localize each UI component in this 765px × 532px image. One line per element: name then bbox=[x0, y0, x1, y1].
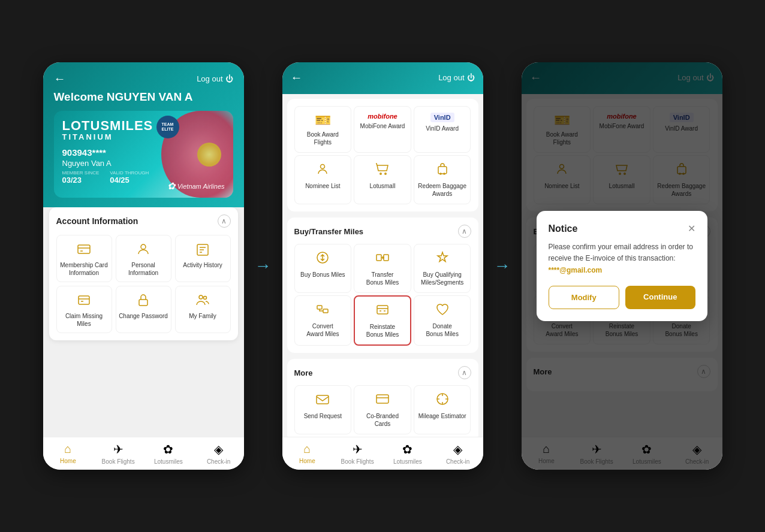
co-branded-cards-label: Co-BrandedCards bbox=[366, 412, 399, 428]
svg-rect-21 bbox=[377, 255, 381, 261]
mobifone-award-item[interactable]: mobifone MobiFone Award bbox=[354, 106, 411, 153]
nominee-list-item[interactable]: Nominee List bbox=[294, 155, 352, 204]
back-button-1[interactable]: ← bbox=[54, 72, 66, 86]
change-password-item[interactable]: Change Password bbox=[116, 286, 171, 333]
checkin-icon-2: ◈ bbox=[453, 442, 462, 457]
lotus-icon-2: ✿ bbox=[402, 442, 412, 457]
bottom-nav-2: ⌂ Home ✈ Book Flights ✿ Lotusmiles ◈ Che… bbox=[282, 437, 483, 470]
nav-book-flights-2[interactable]: ✈ Book Flights bbox=[332, 442, 382, 465]
send-request-item[interactable]: Send Request bbox=[294, 385, 352, 434]
modify-button[interactable]: Modify bbox=[549, 286, 620, 309]
activity-history-label: Activity History bbox=[183, 261, 222, 269]
lotus-icon-1: ✿ bbox=[163, 442, 173, 457]
personal-info-item[interactable]: PersonalInformation bbox=[116, 235, 171, 282]
co-branded-cards-item[interactable]: Co-BrandedCards bbox=[354, 385, 411, 434]
valid-through-value: 04/25 bbox=[110, 176, 149, 185]
book-award-flights-item[interactable]: 🎫 Book AwardFlights bbox=[294, 106, 352, 153]
modal-overlay: Notice ✕ Please confirm your email addre… bbox=[522, 62, 722, 470]
valid-through-label: VALID THROUGH bbox=[110, 170, 149, 176]
membership-card-info-item[interactable]: Membership CardInformation bbox=[56, 235, 112, 282]
vinid-award-item[interactable]: VinID VinID Award bbox=[414, 106, 471, 153]
svg-rect-0 bbox=[78, 245, 90, 253]
membership-card-info-label: Membership CardInformation bbox=[60, 261, 107, 277]
transfer-bonus-miles-label: TransferBonus Miles bbox=[366, 271, 399, 286]
logout-button-1[interactable]: Log out ⏻ bbox=[197, 74, 233, 83]
nav-checkin-1[interactable]: ◈ Check-in bbox=[194, 442, 244, 465]
redeem-baggage-item[interactable]: Redeem BaggageAwards bbox=[414, 155, 471, 204]
mileage-estimator-item[interactable]: Mileage Estimator bbox=[414, 385, 471, 434]
arrow-1: → bbox=[255, 256, 272, 276]
svg-point-14 bbox=[321, 165, 325, 169]
vinid-award-label: VinID Award bbox=[426, 125, 459, 132]
buy-qualifying-item[interactable]: Buy QualifyingMiles/Segments bbox=[414, 244, 471, 293]
nav-home-1[interactable]: ⌂ Home bbox=[43, 442, 94, 465]
notice-modal: Notice ✕ Please confirm your email addre… bbox=[537, 211, 707, 321]
team-badge: TEAMELITE bbox=[156, 116, 179, 138]
buy-transfer-card: Buy/Transfer Miles ∧ Buy Bonus Miles bbox=[287, 217, 478, 353]
family-icon bbox=[194, 291, 212, 309]
svg-rect-30 bbox=[377, 395, 388, 403]
bottom-nav-1: ⌂ Home ✈ Book Flights ✿ Lotusmiles ◈ Che… bbox=[43, 437, 244, 470]
estimator-icon bbox=[435, 392, 450, 410]
lotusmall-item[interactable]: Lotusmall bbox=[354, 155, 411, 204]
flights-icon-1: ✈ bbox=[113, 442, 124, 457]
convert-award-miles-label: ConvertAward Miles bbox=[306, 322, 339, 338]
svg-point-3 bbox=[141, 244, 146, 249]
buy-transfer-collapse[interactable]: ∧ bbox=[458, 225, 471, 238]
transfer-icon bbox=[375, 250, 390, 268]
nav-book-flights-label-2: Book Flights bbox=[341, 458, 374, 465]
flights-icon-2: ✈ bbox=[353, 442, 363, 457]
reinstate-bonus-miles-label: ReinstateBonus Miles bbox=[366, 323, 399, 338]
convert-award-miles-item[interactable]: ConvertAward Miles bbox=[294, 295, 352, 346]
my-family-label: My Family bbox=[189, 312, 216, 320]
screen1-phone: ← Log out ⏻ Welcome NGUYEN VAN A LOTUSMI… bbox=[43, 62, 244, 470]
reinstate-icon bbox=[375, 303, 390, 321]
continue-button[interactable]: Continue bbox=[625, 286, 695, 309]
transfer-bonus-miles-item[interactable]: TransferBonus Miles bbox=[354, 244, 411, 293]
claim-missing-miles-label: Claim MissingMiles bbox=[65, 312, 103, 328]
buy-qualifying-label: Buy QualifyingMiles/Segments bbox=[421, 271, 463, 286]
svg-rect-8 bbox=[79, 296, 89, 304]
send-icon bbox=[315, 392, 330, 410]
nominee-icon bbox=[315, 162, 330, 180]
buy-bonus-miles-item[interactable]: Buy Bonus Miles bbox=[294, 244, 352, 293]
reinstate-bonus-miles-item[interactable]: ReinstateBonus Miles bbox=[354, 295, 411, 346]
nav-lotusmiles-1[interactable]: ✿ Lotusmiles bbox=[143, 442, 194, 465]
claim-missing-miles-item[interactable]: Claim MissingMiles bbox=[56, 286, 112, 333]
shop-icon bbox=[375, 162, 390, 180]
collapse-button[interactable]: ∧ bbox=[218, 214, 231, 228]
more-collapse[interactable]: ∧ bbox=[458, 366, 471, 379]
nav-book-flights-1[interactable]: ✈ Book Flights bbox=[93, 442, 143, 465]
nav-checkin-2[interactable]: ◈ Check-in bbox=[433, 442, 483, 465]
nominee-list-label: Nominee List bbox=[305, 182, 340, 190]
svg-point-15 bbox=[380, 173, 381, 174]
modal-close-button[interactable]: ✕ bbox=[688, 223, 695, 234]
modal-email: ****@gmail.com bbox=[549, 266, 603, 274]
modal-title: Notice bbox=[549, 223, 578, 234]
nav-home-label-1: Home bbox=[60, 458, 76, 464]
logout-button-2[interactable]: Log out ⏻ bbox=[438, 73, 474, 82]
activity-history-item[interactable]: Activity History bbox=[175, 235, 231, 282]
svg-point-16 bbox=[385, 173, 386, 174]
claim-icon bbox=[75, 291, 93, 309]
donate-bonus-miles-item[interactable]: DonateBonus Miles bbox=[414, 295, 471, 346]
screen3-phone: ← Log out ⏻ 🎫 Book AwardFlights bbox=[522, 62, 722, 470]
book-award-flights-label: Book AwardFlights bbox=[307, 131, 339, 146]
personal-info-label: PersonalInformation bbox=[128, 261, 158, 277]
back-button-2[interactable]: ← bbox=[291, 71, 303, 84]
power-icon-1: ⏻ bbox=[225, 74, 233, 83]
redeem-baggage-label: Redeem BaggageAwards bbox=[418, 182, 466, 198]
lotusmall-label: Lotusmall bbox=[370, 182, 396, 190]
my-family-item[interactable]: My Family bbox=[175, 286, 231, 333]
vietnam-airlines-logo: ✿ Vietnam Airlines bbox=[167, 180, 225, 192]
member-since-value: 03/23 bbox=[62, 176, 100, 185]
mobifone-award-label: MobiFone Award bbox=[360, 122, 405, 130]
nav-home-2[interactable]: ⌂ Home bbox=[282, 442, 333, 465]
home-icon-2: ⌂ bbox=[303, 442, 311, 456]
nav-lotusmiles-label-2: Lotusmiles bbox=[393, 458, 422, 465]
svg-rect-29 bbox=[317, 395, 329, 404]
svg-point-12 bbox=[199, 295, 203, 299]
nav-lotusmiles-2[interactable]: ✿ Lotusmiles bbox=[382, 442, 433, 465]
power-icon-2: ⏻ bbox=[467, 73, 475, 82]
account-info-title: Account Information bbox=[56, 216, 138, 226]
